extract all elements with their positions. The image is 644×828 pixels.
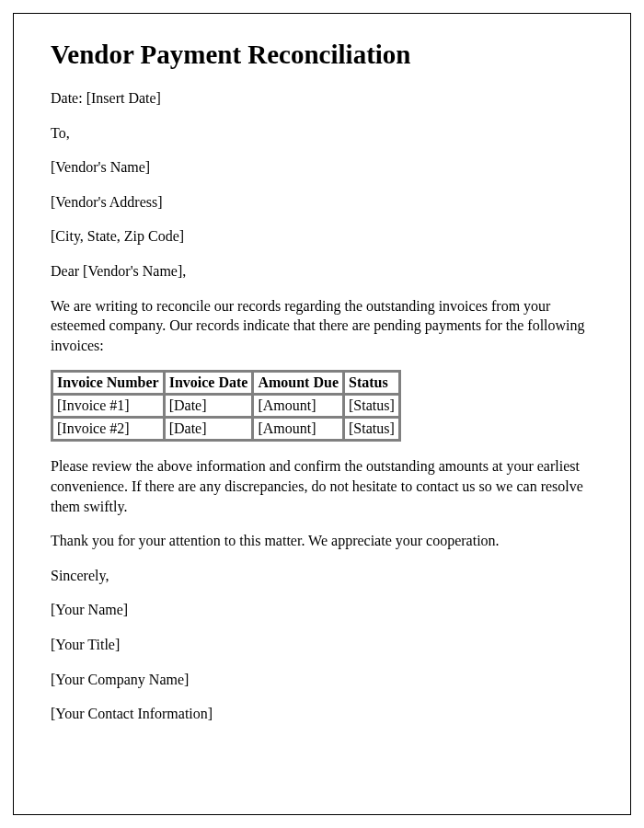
col-invoice-date: Invoice Date [165, 372, 253, 394]
col-amount-due: Amount Due [253, 372, 343, 394]
col-invoice-number: Invoice Number [52, 372, 164, 394]
closing: Sincerely, [51, 566, 593, 586]
table-row: [Invoice #2] [Date] [Amount] [Status] [52, 418, 399, 440]
vendor-address: [Vendor's Address] [51, 192, 593, 213]
city-state-zip: [City, State, Zip Code] [51, 226, 593, 247]
salutation: Dear [Vendor's Name], [51, 261, 593, 282]
cell-invoice-number: [Invoice #1] [52, 395, 164, 417]
document-page: Vendor Payment Reconciliation Date: [Ins… [13, 13, 631, 815]
intro-paragraph: We are writing to reconcile our records … [51, 296, 593, 356]
company-name: [Your Company Name] [51, 670, 593, 690]
signer-name: [Your Name] [51, 600, 593, 620]
date-line: Date: [Insert Date] [51, 88, 593, 109]
cell-status: [Status] [344, 418, 399, 440]
cell-status: [Status] [344, 395, 399, 417]
page-title: Vendor Payment Reconciliation [51, 40, 593, 70]
col-status: Status [344, 372, 399, 394]
thanks-paragraph: Thank you for your attention to this mat… [51, 531, 593, 551]
cell-invoice-number: [Invoice #2] [52, 418, 164, 440]
vendor-name: [Vendor's Name] [51, 157, 593, 178]
cell-invoice-date: [Date] [165, 418, 253, 440]
table-row: [Invoice #1] [Date] [Amount] [Status] [52, 395, 399, 417]
invoice-table: Invoice Number Invoice Date Amount Due S… [51, 370, 401, 442]
cell-amount-due: [Amount] [253, 418, 343, 440]
contact-info: [Your Contact Information] [51, 704, 593, 724]
cell-invoice-date: [Date] [165, 395, 253, 417]
review-paragraph: Please review the above information and … [51, 456, 593, 516]
signer-title: [Your Title] [51, 635, 593, 655]
to-line: To, [51, 123, 593, 144]
cell-amount-due: [Amount] [253, 395, 343, 417]
table-header-row: Invoice Number Invoice Date Amount Due S… [52, 372, 399, 394]
